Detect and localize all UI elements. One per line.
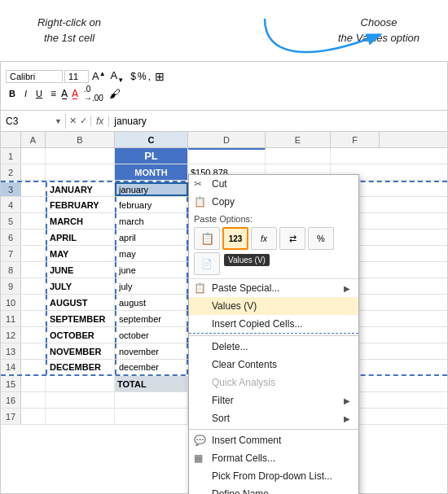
cell-8a[interactable] xyxy=(21,262,46,278)
col-header-f[interactable]: F xyxy=(331,132,380,147)
font-color-icon[interactable]: A̲ xyxy=(72,88,78,99)
cell-10b[interactable]: AUGUST xyxy=(46,295,115,310)
cell-16a[interactable] xyxy=(21,392,46,408)
cell-9b[interactable]: JULY xyxy=(46,278,115,294)
menu-item-delete[interactable]: Delete... xyxy=(189,338,358,356)
col-header-b[interactable]: B xyxy=(46,132,115,147)
paintbrush-icon[interactable]: 🖌 xyxy=(109,87,121,100)
cell-9c[interactable]: july xyxy=(115,278,188,294)
cell-11b[interactable]: SEPTEMBER xyxy=(46,311,115,326)
italic-button[interactable]: I xyxy=(21,87,30,100)
cell-6b[interactable]: APRIL xyxy=(46,230,115,245)
font-size-up-icon[interactable]: A▲ xyxy=(90,70,108,82)
cell-4a[interactable] xyxy=(21,197,46,212)
cell-13b[interactable]: NOVEMBER xyxy=(46,343,115,359)
menu-item-format-cells[interactable]: ▦ Format Cells... xyxy=(189,449,358,467)
cell-1d[interactable] xyxy=(188,148,266,164)
underline-button[interactable]: U xyxy=(33,87,46,100)
cell-16b[interactable] xyxy=(46,392,115,408)
cell-14c[interactable]: december xyxy=(115,360,188,374)
menu-item-cut[interactable]: ✂ Cut xyxy=(189,175,358,193)
cell-12c[interactable]: october xyxy=(115,327,188,343)
font-size-down-icon[interactable]: A▼ xyxy=(109,69,126,84)
cell-8b[interactable]: JUNE xyxy=(46,262,115,278)
copy-label: Copy xyxy=(212,196,235,208)
cell-9a[interactable] xyxy=(21,278,46,294)
cell-1e[interactable] xyxy=(266,148,331,164)
cell-14a[interactable] xyxy=(21,360,46,374)
cell-10a[interactable] xyxy=(21,295,46,310)
menu-item-define-name[interactable]: Define Name... xyxy=(189,485,358,494)
menu-item-sort[interactable]: Sort ▶ xyxy=(189,409,358,427)
cell-16c[interactable] xyxy=(115,392,188,408)
cell-2a[interactable] xyxy=(21,164,46,180)
cell-ref-dropdown-icon[interactable]: ▼ xyxy=(55,117,62,125)
menu-item-clear-contents[interactable]: Clear Contents xyxy=(189,356,358,374)
cancel-formula-icon[interactable]: ✕ xyxy=(69,116,77,126)
cell-15c[interactable]: TOTAL xyxy=(115,376,188,391)
cell-15a[interactable] xyxy=(21,376,46,391)
font-name-input[interactable] xyxy=(6,70,63,83)
row-num-16: 16 xyxy=(1,392,21,408)
col-header-d[interactable]: D xyxy=(188,132,266,147)
cell-3a[interactable] xyxy=(21,182,46,196)
fill-color-icon[interactable]: A̲ xyxy=(61,88,68,99)
cell-7c[interactable]: may xyxy=(115,246,188,261)
paste-btn-special[interactable]: 📄 xyxy=(194,252,220,275)
col-header-a[interactable]: A xyxy=(21,132,46,147)
cell-17c[interactable] xyxy=(115,409,188,424)
values-option-label: Values (V) xyxy=(212,300,257,312)
cell-13a[interactable] xyxy=(21,343,46,359)
cell-17b[interactable] xyxy=(46,409,115,424)
menu-item-copy[interactable]: 📋 Copy xyxy=(189,193,358,211)
cell-6c[interactable]: april xyxy=(115,230,188,245)
borders-icon[interactable]: ⊞ xyxy=(155,70,165,83)
cell-5b[interactable]: MARCH xyxy=(46,213,115,229)
cell-6a[interactable] xyxy=(21,230,46,245)
cell-2b[interactable] xyxy=(46,164,115,180)
menu-item-filter[interactable]: Filter ▶ xyxy=(189,391,358,409)
increase-decimal-icon[interactable]: .0→.00 xyxy=(84,85,103,103)
col-header-c[interactable]: C xyxy=(115,132,188,147)
cell-1a[interactable] xyxy=(21,148,46,164)
cell-7a[interactable] xyxy=(21,246,46,261)
menu-item-pick-dropdown[interactable]: Pick From Drop-down List... xyxy=(189,467,358,485)
paste-btn-values[interactable]: 123 Values (V) xyxy=(222,227,248,250)
font-size-input[interactable] xyxy=(64,70,89,83)
cell-15b[interactable] xyxy=(46,376,115,391)
cell-7b[interactable]: MAY xyxy=(46,246,115,261)
cell-8c[interactable]: june xyxy=(115,262,188,278)
cell-13c[interactable]: november xyxy=(115,343,188,359)
menu-item-values[interactable]: Values (V) xyxy=(189,297,358,315)
paste-btn-formulas[interactable]: fx xyxy=(251,227,277,250)
cell-3c[interactable]: january xyxy=(115,182,188,196)
confirm-formula-icon[interactable]: ✓ xyxy=(80,116,87,126)
cell-12b[interactable]: OCTOBER xyxy=(46,327,115,343)
cell-11c[interactable]: september xyxy=(115,311,188,326)
cell-4b[interactable]: FEBRUARY xyxy=(46,197,115,212)
formulas-icon: fx xyxy=(261,234,267,243)
cell-14b[interactable]: DECEMBER xyxy=(46,360,115,374)
cell-1b[interactable] xyxy=(46,148,115,164)
menu-item-insert-copied[interactable]: Insert Copied Cells... xyxy=(189,315,358,334)
cell-1c[interactable]: PL xyxy=(115,148,188,164)
cell-5a[interactable] xyxy=(21,213,46,229)
cell-3b[interactable]: JANUARY xyxy=(46,182,115,196)
paste-btn-transpose[interactable]: ⇄ xyxy=(279,227,305,250)
cell-5c[interactable]: march xyxy=(115,213,188,229)
paste-btn-paste[interactable]: 📋 xyxy=(194,227,220,250)
cell-ref-input[interactable] xyxy=(6,116,55,127)
cell-17a[interactable] xyxy=(21,409,46,424)
cell-12a[interactable] xyxy=(21,327,46,343)
cell-11a[interactable] xyxy=(21,311,46,326)
cell-2c[interactable]: MONTH xyxy=(115,164,188,180)
paste-btn-formatting[interactable]: % xyxy=(308,227,334,250)
bold-button[interactable]: B xyxy=(6,87,19,100)
col-header-e[interactable]: E xyxy=(266,132,331,147)
menu-item-insert-comment[interactable]: 💬 Insert Comment xyxy=(189,431,358,449)
cell-10c[interactable]: august xyxy=(115,295,188,310)
cell-4c[interactable]: february xyxy=(115,197,188,212)
menu-item-paste-special[interactable]: 📋 Paste Special... ▶ xyxy=(189,279,358,297)
align-left-icon[interactable]: ≡ xyxy=(51,88,56,99)
formula-input[interactable] xyxy=(109,116,447,127)
